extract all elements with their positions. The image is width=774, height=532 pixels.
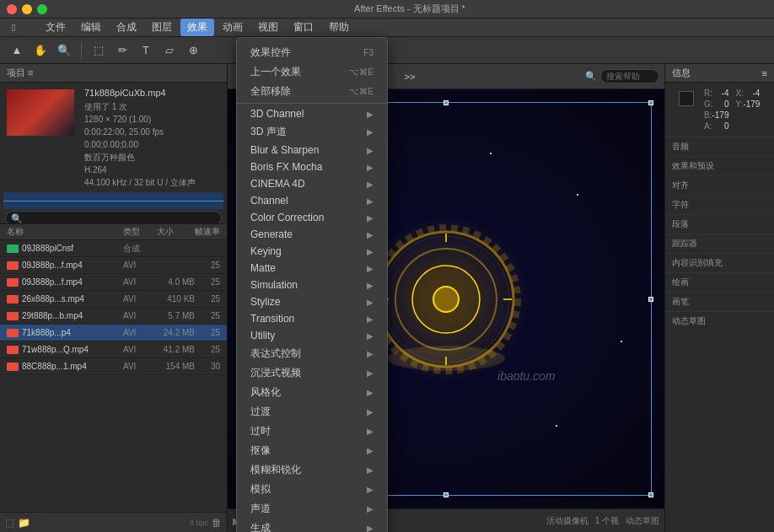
list-item[interactable]: 26x888p...s.mp4 AVI 410 KB 25 (0, 291, 227, 308)
channel-item[interactable]: Channel ▶ (237, 192, 387, 209)
project-data: 0.00;0.00;0.00 (84, 138, 196, 151)
keying-cn-item[interactable]: 抠像 ▶ (237, 441, 387, 460)
menu-window[interactable]: 窗口 (287, 19, 320, 36)
menu-view[interactable]: 视图 (251, 19, 285, 36)
tool-text[interactable]: T (136, 40, 156, 61)
tool-pen[interactable]: ✏ (112, 40, 132, 61)
menu-after-effects[interactable] (24, 26, 37, 30)
menu-edit[interactable]: 编辑 (74, 19, 108, 36)
video-icon (7, 329, 19, 337)
immersive-video-label: 沉浸式视频 (250, 366, 301, 380)
menu-animation[interactable]: 动画 (216, 19, 250, 36)
motion-sketch-section[interactable]: 动态草图 (665, 311, 774, 330)
info-panel-menu[interactable]: ≡ (762, 68, 767, 78)
prev-effect-shortcut: ⌥⌘E (349, 67, 374, 77)
generate-item[interactable]: Generate ▶ (237, 226, 387, 243)
content-aware-section[interactable]: 内容识别填充 (665, 253, 774, 272)
list-item[interactable]: 88C888p...1.mp4 AVI 154 MB 30 (0, 358, 227, 375)
legacy-arrow: ▶ (367, 427, 374, 436)
effects-control-item[interactable]: 效果控件 F3 (237, 43, 387, 62)
list-item[interactable]: 71k888p...p4 AVI 24.2 MB 25 (0, 325, 227, 341)
list-item[interactable]: 09J888piCnsf 合成 (0, 240, 227, 257)
minimize-button[interactable] (22, 4, 32, 14)
blur-sharpen-cn-item[interactable]: 模糊和锐化 ▶ (237, 460, 387, 480)
folder-button[interactable]: 📁 (18, 517, 30, 529)
apple-menu[interactable]:  (5, 20, 22, 35)
paragraph-section[interactable]: 段落 (665, 214, 774, 234)
project-search-input[interactable] (5, 211, 222, 224)
utility-item[interactable]: Utility ▶ (237, 327, 387, 344)
character-section[interactable]: 字符 (665, 195, 774, 214)
transition-cn-item[interactable]: 过渡 ▶ (237, 402, 387, 422)
expression-control-item[interactable]: 表达式控制 ▶ (237, 344, 387, 363)
boris-fx-mocha-item[interactable]: Boris FX Mocha ▶ (237, 159, 387, 175)
bit-depth-indicator[interactable]: 8 bpc (190, 519, 208, 527)
tool-select[interactable]: ▲ (7, 40, 27, 61)
info-grid: R: -4 G: 0 B: -179 A: 0 (665, 83, 774, 137)
prev-effect-item[interactable]: 上一个效果 ⌥⌘E (237, 62, 387, 82)
cinema4d-item[interactable]: CINEMA 4D ▶ (237, 175, 387, 192)
handle-top-right[interactable] (648, 100, 653, 105)
color-correction-item[interactable]: Color Correction ▶ (237, 209, 387, 226)
handle-top-mid[interactable] (443, 100, 449, 105)
blur-sharpen-cn-label: 模糊和锐化 (250, 463, 301, 477)
effects-presets-section[interactable]: 效果和预设 (665, 156, 774, 175)
align-section[interactable]: 对齐 (665, 175, 774, 195)
file-type: AVI (123, 261, 157, 270)
col-size-header[interactable]: 大小 (157, 226, 195, 238)
list-item[interactable]: 29t888p...b.mp4 AVI 5.7 MB 25 (0, 308, 227, 325)
maximize-button[interactable] (37, 4, 47, 14)
handle-bottom-right[interactable] (648, 492, 653, 497)
more-button[interactable]: >> (398, 70, 422, 83)
close-button[interactable] (7, 4, 17, 14)
brush-section[interactable]: 画笔 (665, 292, 774, 311)
immersive-video-item[interactable]: 沉浸式视频 ▶ (237, 363, 387, 383)
stylize-item[interactable]: Stylize ▶ (237, 293, 387, 310)
list-item[interactable]: 09J888p...f.mp4 AVI 25 (0, 257, 227, 274)
delete-button[interactable]: 🗑 (212, 517, 222, 529)
3d-channel-item[interactable]: 3D Channel ▶ (237, 105, 387, 122)
col-fps-header[interactable]: 帧速率 (195, 226, 220, 238)
file-name: 29t888p...b.mp4 (22, 311, 123, 320)
tool-zoom[interactable]: 🔍 (54, 40, 74, 61)
video-icon (7, 346, 19, 354)
remove-all-item[interactable]: 全部移除 ⌥⌘E (237, 82, 387, 101)
video-icon (7, 278, 19, 287)
project-title: 项目 ≡ (7, 67, 33, 79)
simulate-cn-item[interactable]: 模拟 ▶ (237, 480, 387, 499)
channel-cn-item[interactable]: 声道 ▶ (237, 499, 387, 519)
simulation-item[interactable]: Simulation ▶ (237, 277, 387, 293)
transition-item[interactable]: Transition ▶ (237, 310, 387, 327)
tool-rect[interactable]: ⬚ (89, 40, 109, 61)
menu-file[interactable]: 文件 (39, 19, 73, 36)
col-type-header[interactable]: 类型 (123, 226, 157, 238)
col-name-header[interactable]: 名称 (7, 226, 123, 238)
menu-help[interactable]: 帮助 (322, 19, 356, 36)
legacy-item[interactable]: 过时 ▶ (237, 422, 387, 441)
a-value: 0 (724, 121, 729, 131)
help-search-input[interactable] (600, 69, 659, 83)
blur-sharpen-item[interactable]: Blur & Sharpen ▶ (237, 142, 387, 159)
menu-effects[interactable]: 效果 (180, 19, 214, 36)
matte-item[interactable]: Matte ▶ (237, 260, 387, 277)
file-size: 4.0 MB (157, 277, 195, 287)
3d-audio-item[interactable]: 3D 声道 ▶ (237, 122, 387, 142)
3d-channel-arrow: ▶ (367, 110, 374, 119)
effects-dropdown-menu[interactable]: 效果控件 F3 上一个效果 ⌥⌘E 全部移除 ⌥⌘E 3D Channel ▶ … (236, 37, 388, 532)
list-item[interactable]: 09J888p...f.mp4 AVI 4.0 MB 25 (0, 274, 227, 291)
list-item[interactable]: 71w888p...Q.mp4 AVI 41.2 MB 25 (0, 341, 227, 358)
new-composition-button[interactable]: ⬚ (5, 517, 14, 529)
handle-mid-right[interactable] (648, 297, 653, 302)
tracker-section[interactable]: 跟踪器 (665, 234, 774, 253)
keying-item[interactable]: Keying ▶ (237, 243, 387, 260)
audio-section[interactable]: 音频 (665, 137, 774, 156)
stylize-cn-item[interactable]: 风格化 ▶ (237, 383, 387, 402)
handle-bottom-mid[interactable] (443, 492, 449, 497)
menu-composition[interactable]: 合成 (110, 19, 143, 36)
paint-section[interactable]: 绘画 (665, 272, 774, 292)
menu-layer[interactable]: 图层 (145, 19, 179, 36)
tool-hand[interactable]: ✋ (30, 40, 51, 61)
generate-cn-item[interactable]: 生成 ▶ (237, 519, 387, 532)
tool-shape[interactable]: ▱ (159, 40, 180, 61)
tool-camera[interactable]: ⊕ (183, 40, 203, 61)
